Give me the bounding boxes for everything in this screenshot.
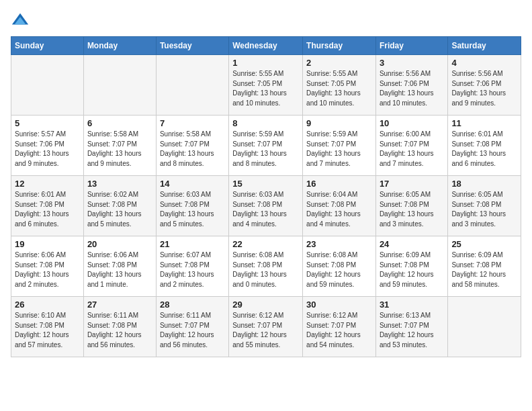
- calendar-cell: 29Sunrise: 6:12 AM Sunset: 7:07 PM Dayli…: [229, 297, 303, 357]
- logo-icon: [11, 11, 30, 30]
- calendar-cell: [83, 55, 156, 116]
- calendar-cell: 17Sunrise: 6:05 AM Sunset: 7:08 PM Dayli…: [375, 176, 447, 236]
- day-info: Sunrise: 6:01 AM Sunset: 7:08 PM Dayligh…: [15, 190, 80, 229]
- calendar-cell: 13Sunrise: 6:02 AM Sunset: 7:08 PM Dayli…: [83, 176, 156, 236]
- day-number: 27: [87, 300, 152, 310]
- day-info: Sunrise: 6:00 AM Sunset: 7:07 PM Dayligh…: [380, 130, 444, 169]
- day-info: Sunrise: 6:10 AM Sunset: 7:08 PM Dayligh…: [15, 311, 80, 350]
- day-number: 22: [232, 239, 299, 249]
- day-number: 18: [451, 179, 517, 189]
- calendar-cell: 18Sunrise: 6:05 AM Sunset: 7:08 PM Dayli…: [448, 176, 521, 236]
- col-thursday: Thursday: [303, 37, 376, 55]
- day-number: 9: [306, 118, 372, 128]
- day-number: 20: [87, 239, 152, 249]
- page-header: [11, 11, 521, 30]
- day-info: Sunrise: 6:09 AM Sunset: 7:08 PM Dayligh…: [380, 250, 444, 289]
- calendar-cell: 19Sunrise: 6:06 AM Sunset: 7:08 PM Dayli…: [11, 236, 84, 297]
- day-number: 29: [232, 300, 299, 310]
- day-info: Sunrise: 6:02 AM Sunset: 7:08 PM Dayligh…: [87, 190, 152, 229]
- day-info: Sunrise: 5:58 AM Sunset: 7:07 PM Dayligh…: [87, 130, 152, 169]
- calendar-week-row: 1Sunrise: 5:55 AM Sunset: 7:05 PM Daylig…: [11, 55, 521, 116]
- day-info: Sunrise: 5:57 AM Sunset: 7:06 PM Dayligh…: [15, 130, 80, 169]
- day-number: 26: [15, 300, 80, 310]
- calendar-cell: 16Sunrise: 6:04 AM Sunset: 7:08 PM Dayli…: [303, 176, 376, 236]
- day-number: 19: [15, 239, 80, 249]
- calendar-cell: 7Sunrise: 5:58 AM Sunset: 7:07 PM Daylig…: [156, 116, 228, 176]
- day-info: Sunrise: 6:06 AM Sunset: 7:08 PM Dayligh…: [15, 250, 80, 289]
- day-info: Sunrise: 6:05 AM Sunset: 7:08 PM Dayligh…: [451, 190, 517, 229]
- day-number: 6: [87, 118, 152, 128]
- calendar-cell: 22Sunrise: 6:08 AM Sunset: 7:08 PM Dayli…: [229, 236, 303, 297]
- calendar-cell: 20Sunrise: 6:06 AM Sunset: 7:08 PM Dayli…: [83, 236, 156, 297]
- day-number: 21: [160, 239, 225, 249]
- calendar-cell: 27Sunrise: 6:11 AM Sunset: 7:08 PM Dayli…: [83, 297, 156, 357]
- col-tuesday: Tuesday: [156, 37, 228, 55]
- calendar-cell: 10Sunrise: 6:00 AM Sunset: 7:07 PM Dayli…: [375, 116, 447, 176]
- calendar-header: Sunday Monday Tuesday Wednesday Thursday…: [11, 37, 521, 55]
- calendar-cell: 28Sunrise: 6:11 AM Sunset: 7:07 PM Dayli…: [156, 297, 228, 357]
- day-number: 28: [160, 300, 225, 310]
- day-number: 24: [380, 239, 444, 249]
- calendar-cell: 9Sunrise: 5:59 AM Sunset: 7:07 PM Daylig…: [303, 116, 376, 176]
- day-info: Sunrise: 6:11 AM Sunset: 7:08 PM Dayligh…: [87, 311, 152, 350]
- day-info: Sunrise: 6:03 AM Sunset: 7:08 PM Dayligh…: [232, 190, 299, 229]
- calendar-cell: 3Sunrise: 5:56 AM Sunset: 7:06 PM Daylig…: [375, 55, 447, 116]
- day-number: 5: [15, 118, 80, 128]
- calendar-week-row: 5Sunrise: 5:57 AM Sunset: 7:06 PM Daylig…: [11, 116, 521, 176]
- day-info: Sunrise: 5:55 AM Sunset: 7:05 PM Dayligh…: [306, 69, 372, 108]
- calendar-cell: 12Sunrise: 6:01 AM Sunset: 7:08 PM Dayli…: [11, 176, 84, 236]
- day-number: 31: [380, 300, 444, 310]
- day-number: 7: [160, 118, 225, 128]
- day-info: Sunrise: 5:59 AM Sunset: 7:07 PM Dayligh…: [232, 130, 299, 169]
- day-info: Sunrise: 5:56 AM Sunset: 7:06 PM Dayligh…: [451, 69, 517, 108]
- day-info: Sunrise: 5:55 AM Sunset: 7:05 PM Dayligh…: [232, 69, 299, 108]
- day-info: Sunrise: 6:09 AM Sunset: 7:08 PM Dayligh…: [451, 250, 517, 289]
- col-sunday: Sunday: [11, 37, 84, 55]
- calendar-cell: 31Sunrise: 6:13 AM Sunset: 7:07 PM Dayli…: [375, 297, 447, 357]
- calendar-cell: 21Sunrise: 6:07 AM Sunset: 7:08 PM Dayli…: [156, 236, 228, 297]
- day-info: Sunrise: 6:12 AM Sunset: 7:07 PM Dayligh…: [306, 311, 372, 350]
- col-wednesday: Wednesday: [229, 37, 303, 55]
- day-number: 3: [380, 58, 444, 68]
- calendar-cell: 30Sunrise: 6:12 AM Sunset: 7:07 PM Dayli…: [303, 297, 376, 357]
- day-number: 12: [15, 179, 80, 189]
- day-number: 17: [380, 179, 444, 189]
- calendar-cell: 15Sunrise: 6:03 AM Sunset: 7:08 PM Dayli…: [229, 176, 303, 236]
- day-info: Sunrise: 6:06 AM Sunset: 7:08 PM Dayligh…: [87, 250, 152, 289]
- day-number: 2: [306, 58, 372, 68]
- calendar-cell: 8Sunrise: 5:59 AM Sunset: 7:07 PM Daylig…: [229, 116, 303, 176]
- day-number: 8: [232, 118, 299, 128]
- calendar-cell: [448, 297, 521, 357]
- day-info: Sunrise: 5:56 AM Sunset: 7:06 PM Dayligh…: [380, 69, 444, 108]
- logo: [11, 11, 32, 30]
- day-info: Sunrise: 6:08 AM Sunset: 7:08 PM Dayligh…: [306, 250, 372, 289]
- day-number: 25: [451, 239, 517, 249]
- day-info: Sunrise: 6:11 AM Sunset: 7:07 PM Dayligh…: [160, 311, 225, 350]
- col-saturday: Saturday: [448, 37, 521, 55]
- calendar-cell: 5Sunrise: 5:57 AM Sunset: 7:06 PM Daylig…: [11, 116, 84, 176]
- day-number: 4: [451, 58, 517, 68]
- day-number: 14: [160, 179, 225, 189]
- day-number: 15: [232, 179, 299, 189]
- day-info: Sunrise: 6:12 AM Sunset: 7:07 PM Dayligh…: [232, 311, 299, 350]
- calendar-cell: [156, 55, 228, 116]
- calendar-cell: [11, 55, 84, 116]
- calendar-week-row: 19Sunrise: 6:06 AM Sunset: 7:08 PM Dayli…: [11, 236, 521, 297]
- day-number: 11: [451, 118, 517, 128]
- calendar-cell: 25Sunrise: 6:09 AM Sunset: 7:08 PM Dayli…: [448, 236, 521, 297]
- calendar-cell: 1Sunrise: 5:55 AM Sunset: 7:05 PM Daylig…: [229, 55, 303, 116]
- day-info: Sunrise: 6:04 AM Sunset: 7:08 PM Dayligh…: [306, 190, 372, 229]
- calendar-week-row: 26Sunrise: 6:10 AM Sunset: 7:08 PM Dayli…: [11, 297, 521, 357]
- day-number: 16: [306, 179, 372, 189]
- calendar-cell: 6Sunrise: 5:58 AM Sunset: 7:07 PM Daylig…: [83, 116, 156, 176]
- day-info: Sunrise: 6:05 AM Sunset: 7:08 PM Dayligh…: [380, 190, 444, 229]
- calendar-cell: 24Sunrise: 6:09 AM Sunset: 7:08 PM Dayli…: [375, 236, 447, 297]
- col-monday: Monday: [83, 37, 156, 55]
- calendar-cell: 23Sunrise: 6:08 AM Sunset: 7:08 PM Dayli…: [303, 236, 376, 297]
- day-info: Sunrise: 6:07 AM Sunset: 7:08 PM Dayligh…: [160, 250, 225, 289]
- calendar-cell: 26Sunrise: 6:10 AM Sunset: 7:08 PM Dayli…: [11, 297, 84, 357]
- calendar-table: Sunday Monday Tuesday Wednesday Thursday…: [11, 36, 521, 357]
- day-info: Sunrise: 6:13 AM Sunset: 7:07 PM Dayligh…: [380, 311, 444, 350]
- calendar-week-row: 12Sunrise: 6:01 AM Sunset: 7:08 PM Dayli…: [11, 176, 521, 236]
- col-friday: Friday: [375, 37, 447, 55]
